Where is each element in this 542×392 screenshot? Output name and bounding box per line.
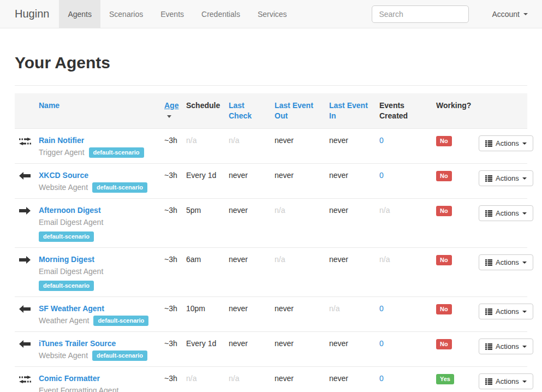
direction-cell xyxy=(15,129,34,164)
last-event-out-cell: never xyxy=(270,367,325,392)
events-count-value: n/a xyxy=(379,255,390,264)
agent-type-label: Website Agent xyxy=(39,182,88,193)
nav-tab-agents[interactable]: Agents xyxy=(59,0,100,28)
schedule-value: 5pm xyxy=(186,206,201,215)
schedule-cell: Every 1d xyxy=(182,332,224,367)
schedule-value: n/a xyxy=(186,374,196,383)
actions-button[interactable]: Actions xyxy=(479,170,533,186)
actions-button[interactable]: Actions xyxy=(479,304,533,319)
schedule-cell: 5pm xyxy=(182,199,224,248)
last-event-out-cell: never xyxy=(270,332,325,367)
last-event-out-cell: never xyxy=(270,164,325,199)
last-check-value: never xyxy=(229,339,248,348)
scenario-badge[interactable]: default-scenario xyxy=(39,231,94,242)
column-header-name: Name xyxy=(34,93,160,129)
agent-name-link[interactable]: iTunes Trailer Source xyxy=(39,339,116,348)
account-menu-button[interactable]: Account xyxy=(486,10,533,19)
last-event-in-value: never xyxy=(329,339,348,348)
column-header-working: Working? xyxy=(432,93,474,129)
actions-column-header xyxy=(474,93,527,129)
agent-row: Afternoon DigestEmail Digest Agentdefaul… xyxy=(15,199,527,248)
direction-cell xyxy=(15,297,34,332)
agent-type-label: Event Formatting Agent xyxy=(39,385,118,392)
events-created-cell: 0 xyxy=(375,164,432,199)
nav-tab-scenarios[interactable]: Scenarios xyxy=(100,0,152,28)
last-check-cell: never xyxy=(224,199,270,248)
actions-label: Actions xyxy=(496,342,519,351)
brand-link[interactable]: Huginn xyxy=(0,0,59,28)
events-created-cell: 0 xyxy=(375,367,432,392)
last-event-in-value: n/a xyxy=(329,304,340,313)
name-cell: SF Weather AgentWeather Agentdefault-sce… xyxy=(34,297,160,332)
events-created-cell: n/a xyxy=(375,199,432,248)
list-icon xyxy=(485,259,492,266)
actions-button[interactable]: Actions xyxy=(479,135,533,151)
agent-type-label: Weather Agent xyxy=(39,315,89,326)
events-created-cell: n/a xyxy=(375,248,432,297)
list-icon xyxy=(485,175,492,182)
scenario-badge[interactable]: default-scenario xyxy=(92,182,147,193)
scenario-badge[interactable]: default-scenario xyxy=(93,316,148,326)
events-count-link[interactable]: 0 xyxy=(379,339,384,348)
agent-name-link[interactable]: Comic Formatter xyxy=(39,374,100,383)
scenario-badge[interactable]: default-scenario xyxy=(92,351,147,361)
sort-by-age-link[interactable]: Age xyxy=(164,101,178,110)
actions-button[interactable]: Actions xyxy=(479,254,533,270)
events-count-link[interactable]: 0 xyxy=(379,136,384,145)
account-label: Account xyxy=(492,10,520,19)
nav-tab-credentials[interactable]: Credentials xyxy=(193,0,249,28)
events-count-link[interactable]: 0 xyxy=(379,171,384,180)
events-count-link[interactable]: 0 xyxy=(379,374,384,383)
agent-name-link[interactable]: SF Weather Agent xyxy=(39,304,104,313)
actions-button[interactable]: Actions xyxy=(479,205,533,221)
column-header-last-event-out: Last Event Out xyxy=(270,93,325,129)
agent-name-link[interactable]: XKCD Source xyxy=(39,171,88,180)
direction-cell xyxy=(15,332,34,367)
last-event-out-cell: never xyxy=(270,297,325,332)
agent-name-link[interactable]: Rain Notifier xyxy=(39,136,84,145)
last-check-cell: n/a xyxy=(224,129,270,164)
table-header-row: Name Age Schedule Last Check Last Event … xyxy=(15,93,527,129)
actions-cell: Actions xyxy=(474,367,527,392)
working-cell: No xyxy=(432,248,474,297)
last-event-in-cell: never xyxy=(325,332,375,367)
agent-row: SF Weather AgentWeather Agentdefault-sce… xyxy=(15,297,527,332)
agent-name-link[interactable]: Afternoon Digest xyxy=(39,206,101,215)
agent-type-label: Trigger Agent xyxy=(39,147,85,158)
age-value: ~3h xyxy=(164,136,177,145)
sort-by-last-event-out-link[interactable]: Last Event Out xyxy=(275,101,313,120)
last-event-in-value: never xyxy=(329,171,348,180)
agent-row: Comic FormatterEvent Formatting Agentdef… xyxy=(15,367,527,392)
caret-down-icon xyxy=(522,177,527,180)
sort-by-name-link[interactable]: Name xyxy=(39,101,59,110)
top-navbar: Huginn Agents Scenarios Events Credentia… xyxy=(0,0,542,28)
search-input[interactable] xyxy=(372,5,469,23)
age-cell: ~3h xyxy=(160,248,182,297)
caret-down-icon xyxy=(522,142,527,145)
nav-tab-events[interactable]: Events xyxy=(152,0,193,28)
age-value: ~3h xyxy=(164,206,177,215)
sort-by-last-event-in-link[interactable]: Last Event In xyxy=(329,101,368,120)
sort-by-last-check-link[interactable]: Last Check xyxy=(229,101,252,120)
actions-cell: Actions xyxy=(474,164,527,199)
actions-button[interactable]: Actions xyxy=(479,373,533,389)
working-cell: No xyxy=(432,332,474,367)
agent-name-link[interactable]: Morning Digest xyxy=(39,255,94,264)
scenario-badge[interactable]: default-scenario xyxy=(39,281,94,291)
age-cell: ~3h xyxy=(160,297,182,332)
actions-button[interactable]: Actions xyxy=(479,338,533,354)
nav-tab-services[interactable]: Services xyxy=(249,0,296,28)
working-badge: No xyxy=(436,339,452,349)
name-cell: Morning DigestEmail Digest Agentdefault-… xyxy=(34,248,160,297)
schedule-cell: 10pm xyxy=(182,297,224,332)
direction-column-header xyxy=(15,93,34,129)
nav-tabs: Agents Scenarios Events Credentials Serv… xyxy=(59,0,295,28)
last-event-in-cell: n/a xyxy=(325,297,375,332)
actions-label: Actions xyxy=(496,209,519,217)
schedule-cell: 6am xyxy=(182,248,224,297)
agents-tbody: Rain NotifierTrigger Agentdefault-scenar… xyxy=(15,129,527,392)
name-cell: Comic FormatterEvent Formatting Agentdef… xyxy=(34,367,160,392)
last-event-in-value: never xyxy=(329,136,348,145)
events-count-link[interactable]: 0 xyxy=(379,304,384,313)
scenario-badge[interactable]: default-scenario xyxy=(89,147,144,158)
